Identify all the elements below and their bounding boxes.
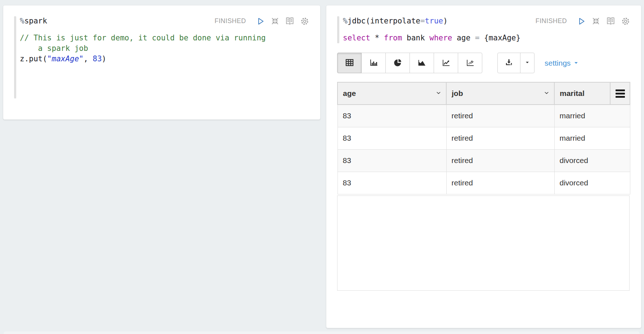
- table-cell: married: [554, 127, 630, 149]
- table-cell: retired: [446, 172, 554, 194]
- table-cell: 83: [337, 172, 446, 194]
- paragraph-controls: FINISHED: [215, 16, 309, 26]
- code-line: // This is just for demo, it could be do…: [20, 33, 309, 43]
- settings-label: settings: [545, 59, 571, 67]
- interpreter-directive: %spark: [20, 16, 47, 26]
- table-cell: 83: [337, 127, 446, 149]
- next-paragraph-edge: [4, 331, 640, 334]
- table-row: 83retiredmarried: [337, 105, 630, 127]
- chart-type-table-button[interactable]: [337, 53, 362, 73]
- code-token: z.put(: [20, 54, 47, 63]
- line-chart-icon: [441, 58, 451, 69]
- result-table-container: agejobmarital 83retiredmarried83retiredm…: [337, 82, 630, 291]
- code-token: %: [343, 17, 348, 25]
- pie-chart-icon: [393, 58, 403, 69]
- chart-type-pie-button[interactable]: [385, 53, 410, 73]
- column-header-label: age: [343, 89, 356, 97]
- table-cell: divorced: [554, 149, 630, 172]
- download-icon: [504, 58, 514, 68]
- code-token: *: [370, 34, 384, 42]
- visualization-toolbar: settings: [337, 53, 630, 73]
- code-token: true: [425, 17, 443, 25]
- chevron-down-icon: [544, 89, 550, 98]
- scatter-chart-icon: [465, 58, 475, 69]
- collapse-editor-icon[interactable]: [270, 16, 280, 26]
- show-editor-book-icon[interactable]: [285, 16, 295, 26]
- code-token: {maxAge}: [479, 34, 520, 42]
- chart-type-button-group: [337, 53, 482, 73]
- code-token: where: [429, 34, 452, 42]
- table-cell: retired: [446, 127, 554, 149]
- chart-type-area-button[interactable]: [410, 53, 434, 73]
- code-token: select: [343, 34, 370, 42]
- collapse-editor-icon[interactable]: [591, 16, 601, 26]
- code-token: ): [102, 54, 107, 63]
- column-header-age[interactable]: age: [337, 82, 446, 105]
- settings-toggle-link[interactable]: settings: [545, 59, 579, 67]
- area-chart-icon: [417, 58, 427, 69]
- download-button-group: [497, 53, 535, 73]
- paragraph-settings-gear-icon[interactable]: [621, 16, 630, 26]
- code-line: select * from bank where age = {maxAge}: [343, 33, 630, 43]
- code-token: =: [420, 17, 425, 25]
- code-token: jdbc(interpolate: [348, 17, 420, 25]
- code-token: // This is just for demo, it could be do…: [20, 34, 266, 42]
- paragraph-spark: %spark FINISHED: [3, 5, 321, 120]
- status-badge: FINISHED: [215, 17, 246, 25]
- table-cell: retired: [446, 149, 554, 172]
- table-cell: married: [554, 105, 630, 127]
- table-cell: 83: [337, 105, 446, 127]
- bar-chart-icon: [369, 58, 379, 69]
- code-token: %: [20, 17, 24, 25]
- run-paragraph-button[interactable]: [576, 16, 586, 26]
- column-header-label: marital: [560, 89, 585, 97]
- code-token: 83: [93, 54, 102, 63]
- result-table-body: 83retiredmarried83retiredmarried83retire…: [337, 105, 630, 194]
- column-header-label: job: [452, 89, 463, 97]
- spark-code: // This is just for demo, it could be do…: [20, 33, 309, 64]
- code-token: a spark job: [20, 44, 88, 53]
- run-paragraph-button[interactable]: [255, 16, 265, 26]
- chart-type-scatter-button[interactable]: [458, 53, 482, 73]
- table-icon: [345, 58, 354, 69]
- paragraph-settings-gear-icon[interactable]: [300, 16, 309, 26]
- table-row: 83retireddivorced: [337, 149, 630, 172]
- code-token: from: [384, 34, 402, 42]
- spark-code-editor[interactable]: %spark FINISHED: [14, 16, 309, 98]
- download-options-caret-button[interactable]: [520, 53, 535, 73]
- status-badge: FINISHED: [536, 17, 567, 25]
- jdbc-code: select * from bank where age = {maxAge}: [343, 33, 630, 43]
- chart-type-bar-button[interactable]: [361, 53, 386, 73]
- code-token: ,: [84, 54, 93, 63]
- result-header-row: agejobmarital: [337, 82, 630, 105]
- paragraph-controls: FINISHED: [536, 16, 630, 26]
- code-token: ): [443, 17, 448, 25]
- jdbc-code-editor[interactable]: %jdbc(interpolate=true) FINISHED: [337, 16, 630, 43]
- code-token: spark: [24, 17, 47, 25]
- hamburger-menu-icon: [616, 89, 625, 98]
- result-table: agejobmarital 83retiredmarried83retiredm…: [337, 82, 630, 194]
- table-menu-button[interactable]: [610, 82, 630, 105]
- result-grid-empty-area[interactable]: [337, 195, 630, 291]
- chevron-down-icon: [435, 89, 442, 98]
- table-cell: 83: [337, 149, 446, 172]
- code-line: z.put("maxAge", 83): [20, 54, 309, 64]
- show-editor-book-icon[interactable]: [606, 16, 616, 26]
- paragraph-jdbc: %jdbc(interpolate=true) FINISHED: [326, 5, 641, 328]
- chart-type-line-button[interactable]: [434, 53, 458, 73]
- code-token: =: [475, 34, 480, 42]
- table-row: 83retiredmarried: [337, 127, 630, 149]
- table-row: 83retireddivorced: [337, 172, 630, 194]
- download-button[interactable]: [497, 53, 520, 73]
- table-cell: retired: [446, 105, 554, 127]
- caret-down-icon: [573, 59, 579, 67]
- code-token: bank: [402, 34, 429, 42]
- column-header-marital[interactable]: marital: [554, 82, 610, 105]
- caret-down-icon: [524, 60, 530, 66]
- interpreter-directive: %jdbc(interpolate=true): [343, 16, 448, 26]
- code-token: "maxAge": [47, 54, 84, 63]
- code-token: age: [452, 34, 475, 42]
- code-line: a spark job: [20, 43, 309, 54]
- column-header-job[interactable]: job: [446, 82, 554, 105]
- table-cell: divorced: [554, 172, 630, 194]
